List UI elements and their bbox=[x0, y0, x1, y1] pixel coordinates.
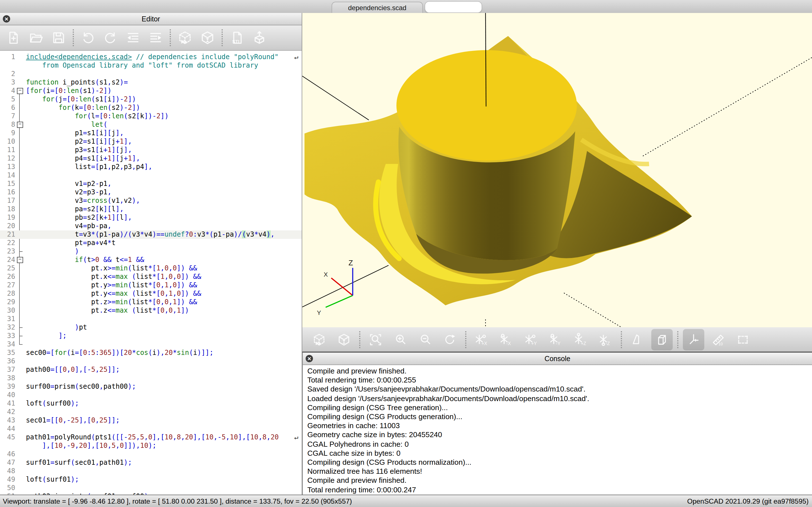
fold-column[interactable] bbox=[15, 365, 26, 374]
code-row[interactable]: 39surf00=prism(sec00,path00); bbox=[0, 383, 302, 391]
code-row[interactable]: 31 bbox=[0, 315, 302, 323]
fold-column[interactable] bbox=[15, 256, 26, 264]
tab-active-untitled[interactable] bbox=[424, 1, 482, 13]
code-row[interactable]: 36 bbox=[0, 357, 302, 365]
fold-column[interactable] bbox=[15, 53, 26, 61]
fold-column[interactable] bbox=[15, 196, 26, 205]
fold-column[interactable] bbox=[15, 315, 26, 323]
fold-column[interactable] bbox=[15, 484, 26, 492]
code-row[interactable]: 44 bbox=[0, 425, 302, 433]
code-row[interactable]: 19 pb=s2[k+1][l], bbox=[0, 214, 302, 222]
code-row[interactable]: 23 ) bbox=[0, 247, 302, 256]
code-row[interactable]: 13 list=[p1,p2,p3,p4], bbox=[0, 163, 302, 171]
fold-column[interactable] bbox=[15, 383, 26, 391]
fold-column[interactable] bbox=[15, 433, 26, 442]
code-row[interactable]: 3function i_points(s1,s2)= bbox=[0, 78, 302, 87]
code-row[interactable]: 15 v1=p2-p1, bbox=[0, 180, 302, 188]
fold-column[interactable] bbox=[15, 70, 26, 78]
code-row[interactable]: 22 pt=pa+v4*t bbox=[0, 239, 302, 247]
code-row[interactable]: 25 pt.x>=min(list*[1,0,0]) && bbox=[0, 264, 302, 273]
fold-column[interactable] bbox=[15, 492, 26, 495]
fold-column[interactable] bbox=[15, 290, 26, 298]
render-button[interactable] bbox=[333, 329, 355, 350]
zoom-out-button[interactable] bbox=[414, 329, 436, 350]
code-row[interactable]: 33 ]; bbox=[0, 332, 302, 340]
code-row[interactable]: 10 p2=s1[i][j+1], bbox=[0, 137, 302, 146]
code-row[interactable]: 17 v3=cross(v1,v2), bbox=[0, 196, 302, 205]
code-row[interactable]: 35sec00=[for(i=[0:5:365])[20*cos(i),20*s… bbox=[0, 349, 302, 357]
fold-column[interactable] bbox=[15, 416, 26, 425]
view-all-button[interactable] bbox=[732, 329, 754, 350]
code-row[interactable]: 30 pt.z<=max (list*[0,0,1]) bbox=[0, 306, 302, 315]
redo-button[interactable] bbox=[101, 28, 120, 47]
fold-column[interactable] bbox=[15, 374, 26, 383]
fold-column[interactable] bbox=[15, 188, 26, 196]
code-row[interactable]: 40 bbox=[0, 391, 302, 399]
fold-column[interactable] bbox=[15, 239, 26, 247]
fold-column[interactable] bbox=[15, 180, 26, 188]
tab-dependencies-scad[interactable]: dependencies.scad bbox=[332, 2, 423, 13]
code-row[interactable]: 26 pt.x<=max (list*[1,0,0]) && bbox=[0, 273, 302, 281]
view-plus-y-button[interactable]: +Y bbox=[520, 329, 542, 350]
code-row[interactable]: 5 for(j=[0:len(s1[i])-2]) bbox=[0, 95, 302, 104]
show-scale-button[interactable]: 10 bbox=[708, 329, 729, 350]
fold-column[interactable] bbox=[15, 163, 26, 171]
code-row[interactable]: 12 p4=s1[i+1][j+1], bbox=[0, 154, 302, 163]
show-axes-button[interactable] bbox=[683, 329, 704, 350]
code-row[interactable]: 46 bbox=[0, 450, 302, 459]
reset-view-button[interactable] bbox=[439, 329, 461, 350]
code-row[interactable]: 32 )pt bbox=[0, 323, 302, 332]
code-editor[interactable]: −−− 1include<dependencies.scad> // depen… bbox=[0, 51, 302, 495]
view-plus-z-button[interactable]: +Z bbox=[570, 329, 592, 350]
code-row[interactable]: 27 pt.y>=min(list*[0,1,0]) && bbox=[0, 281, 302, 290]
save-button[interactable] bbox=[49, 28, 68, 47]
fold-column[interactable] bbox=[15, 332, 26, 340]
close-icon[interactable]: ✕ bbox=[3, 15, 10, 22]
unindent-button[interactable] bbox=[123, 28, 143, 47]
3d-viewport[interactable]: X Y Z bbox=[302, 13, 812, 327]
fold-column[interactable] bbox=[15, 104, 26, 112]
fold-column[interactable] bbox=[15, 323, 26, 332]
code-row[interactable]: 9 p1=s1[i][j], bbox=[0, 129, 302, 137]
code-row[interactable]: 42 bbox=[0, 408, 302, 416]
zoom-in-button[interactable] bbox=[390, 329, 411, 350]
fold-column[interactable] bbox=[15, 214, 26, 222]
code-row[interactable]: 20 v4=pb-pa, bbox=[0, 222, 302, 230]
preview-button[interactable] bbox=[175, 28, 195, 47]
fold-column[interactable] bbox=[15, 230, 26, 239]
fold-column[interactable] bbox=[15, 222, 26, 230]
code-row[interactable]: 41loft(surf00); bbox=[0, 399, 302, 408]
code-row[interactable]: 6 for(k=[0:len(s2)-2]) bbox=[0, 104, 302, 112]
fold-column[interactable] bbox=[15, 450, 26, 459]
fold-column[interactable] bbox=[15, 61, 26, 70]
code-row[interactable]: 2 bbox=[0, 70, 302, 78]
code-row[interactable]: 34 bbox=[0, 340, 302, 349]
code-row[interactable]: 18 pa=s2[k][l], bbox=[0, 205, 302, 214]
code-row[interactable]: 14 bbox=[0, 171, 302, 180]
undo-button[interactable] bbox=[79, 28, 98, 47]
fold-column[interactable] bbox=[15, 264, 26, 273]
fold-column[interactable] bbox=[15, 112, 26, 121]
perspective-button[interactable] bbox=[626, 329, 648, 350]
export-model-button[interactable] bbox=[250, 28, 269, 47]
code-row[interactable]: 50 bbox=[0, 484, 302, 492]
fold-column[interactable] bbox=[15, 78, 26, 87]
view-minus-y-button[interactable]: -Y bbox=[545, 329, 567, 350]
code-row[interactable]: 4[for(i=[0:len(s1)-2]) bbox=[0, 87, 302, 95]
code-row[interactable]: 1include<dependencies.scad> // dependenc… bbox=[0, 53, 302, 61]
close-icon[interactable]: ✕ bbox=[306, 355, 313, 362]
view-minus-x-button[interactable]: -X bbox=[496, 329, 517, 350]
fold-column[interactable] bbox=[15, 298, 26, 306]
fold-column[interactable] bbox=[15, 205, 26, 214]
fold-column[interactable] bbox=[15, 349, 26, 357]
fold-column[interactable] bbox=[15, 399, 26, 408]
console-log[interactable]: Compile and preview finished.Total rende… bbox=[303, 365, 812, 496]
open-button[interactable] bbox=[27, 28, 46, 47]
code-row[interactable]: 11 p3=s1[i+1][j], bbox=[0, 146, 302, 154]
fold-column[interactable] bbox=[15, 154, 26, 163]
fold-column[interactable] bbox=[15, 306, 26, 315]
view-plus-x-button[interactable]: +X bbox=[471, 329, 492, 350]
code-row[interactable]: 49loft(surf01); bbox=[0, 475, 302, 484]
code-row[interactable]: 47surf01=surf(sec01,path01); bbox=[0, 459, 302, 467]
code-row[interactable]: 16 v2=p3-p1, bbox=[0, 188, 302, 196]
